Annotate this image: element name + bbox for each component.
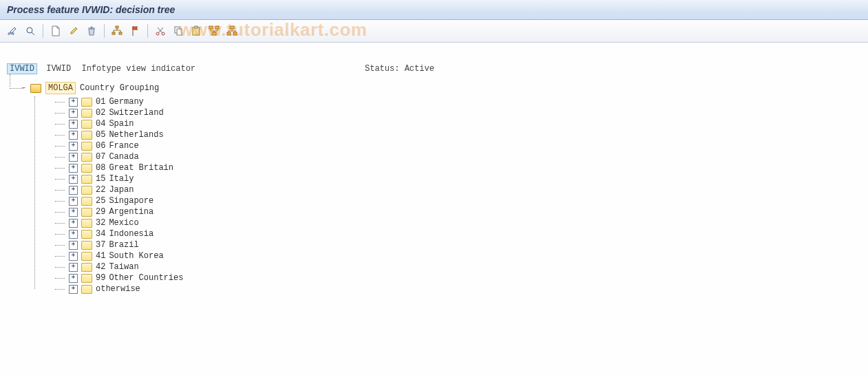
flag-button[interactable] (128, 24, 142, 38)
country-node[interactable]: +99Other Countries (51, 272, 861, 283)
country-code: 42 (96, 261, 105, 272)
country-node[interactable]: +41South Korea (51, 250, 861, 261)
expand-node-icon[interactable]: + (69, 285, 78, 294)
feature-code[interactable]: IVWID (7, 63, 37, 74)
edit-button[interactable] (67, 24, 81, 38)
country-code: 22 (96, 184, 105, 195)
paste-button[interactable] (189, 24, 203, 38)
expand-node-icon[interactable]: + (69, 98, 78, 107)
expand-node-icon[interactable]: + (69, 175, 78, 184)
svg-rect-13 (230, 26, 234, 29)
country-name: Netherlands (109, 129, 163, 140)
folder-icon (81, 285, 92, 294)
pencil-icon (68, 25, 79, 36)
folder-icon (81, 230, 92, 239)
country-name: Other Countries (109, 272, 183, 283)
country-code: 34 (96, 228, 105, 239)
expand-node-icon[interactable]: + (69, 219, 78, 228)
country-node[interactable]: +29Argentina (51, 206, 861, 217)
expand-node-icon[interactable]: + (69, 142, 78, 151)
country-node[interactable]: +42Taiwan (51, 261, 861, 272)
svg-point-0 (27, 28, 32, 33)
expand-node-icon[interactable]: + (69, 241, 78, 250)
expand-node-icon[interactable]: + (69, 263, 78, 272)
delete-button[interactable] (85, 24, 98, 38)
expand-node-icon[interactable]: + (69, 109, 78, 118)
country-name: Japan (109, 184, 134, 195)
feature-code-2: IVWID (46, 64, 71, 74)
country-node[interactable]: +15Italy (51, 173, 861, 184)
new-page-icon (51, 25, 61, 36)
country-node[interactable]: +32Mexico (51, 217, 861, 228)
folder-icon (81, 197, 92, 206)
molga-code: MOLGA (45, 82, 76, 94)
expand-node-icon[interactable]: + (69, 274, 78, 283)
country-node[interactable]: +04Spain (51, 118, 861, 129)
svg-rect-7 (177, 29, 182, 35)
country-code: 07 (96, 151, 105, 162)
folder-icon (81, 175, 92, 184)
folder-icon (81, 153, 92, 162)
copy-icon (173, 25, 184, 36)
flag-icon (131, 25, 139, 36)
folder-icon (81, 219, 92, 228)
country-name: otherwise (96, 283, 140, 294)
country-code: 29 (96, 206, 105, 217)
expand-node-icon[interactable]: + (69, 164, 78, 173)
country-node[interactable]: +34Indonesia (51, 228, 861, 239)
expand-node-icon[interactable]: + (69, 186, 78, 195)
cut-button[interactable] (154, 24, 167, 38)
country-node[interactable]: +37Brazil (51, 239, 861, 250)
country-node[interactable]: +otherwise (51, 283, 861, 294)
check-button[interactable] (23, 24, 37, 38)
country-node[interactable]: +07Canada (51, 151, 861, 162)
toolbar-separator (147, 24, 148, 38)
svg-rect-11 (215, 26, 219, 29)
expand-node-icon[interactable]: + (69, 208, 78, 217)
folder-icon (81, 142, 92, 151)
country-node[interactable]: +22Japan (51, 184, 861, 195)
country-code: 01 (96, 96, 105, 107)
change-button[interactable] (6, 24, 19, 38)
expand-node-icon[interactable]: + (69, 153, 78, 162)
expand-node-icon[interactable]: + (69, 120, 78, 129)
root-line: IVWID IVWID Infotype view indicator Stat… (7, 63, 861, 74)
country-name: Germany (109, 96, 143, 107)
country-code: 05 (96, 129, 105, 140)
expand-node-icon[interactable]: + (69, 131, 78, 140)
trash-icon (87, 25, 96, 36)
folder-icon (81, 120, 92, 129)
svg-rect-1 (116, 26, 118, 28)
svg-rect-10 (209, 26, 213, 29)
expand-node-icon[interactable]: + (69, 252, 78, 261)
country-node[interactable]: +08Great Britain (51, 162, 861, 173)
country-code: 99 (96, 272, 105, 283)
country-node[interactable]: +06France (51, 140, 861, 151)
country-code: 06 (96, 140, 105, 151)
country-node[interactable]: +02Switzerland (51, 107, 861, 118)
expand-node-icon[interactable]: + (69, 197, 78, 206)
folder-icon (81, 98, 92, 107)
create-button[interactable] (49, 24, 63, 38)
hierarchy-button[interactable] (110, 24, 124, 38)
scissors-icon (155, 25, 166, 36)
country-node[interactable]: +05Netherlands (51, 129, 861, 140)
collapse-button[interactable] (225, 24, 239, 38)
pencil-glasses-icon (7, 25, 18, 36)
country-node[interactable]: +01Germany (51, 96, 861, 107)
molga-node[interactable]: MOLGA Country Grouping +01Germany+02Swit… (15, 83, 861, 294)
expand-node-icon[interactable]: + (69, 230, 78, 239)
country-code: 41 (96, 250, 105, 261)
country-code: 02 (96, 107, 105, 118)
svg-rect-14 (227, 32, 231, 35)
country-name: Spain (109, 118, 134, 129)
country-code: 25 (96, 195, 105, 206)
svg-rect-12 (212, 32, 216, 35)
copy-button[interactable] (171, 24, 185, 38)
country-node[interactable]: +25Singapore (51, 195, 861, 206)
folder-icon (81, 186, 92, 195)
molga-label: Country Grouping (80, 83, 159, 94)
expand-button[interactable] (207, 24, 221, 38)
folder-icon (81, 263, 92, 272)
folder-icon (81, 109, 92, 118)
